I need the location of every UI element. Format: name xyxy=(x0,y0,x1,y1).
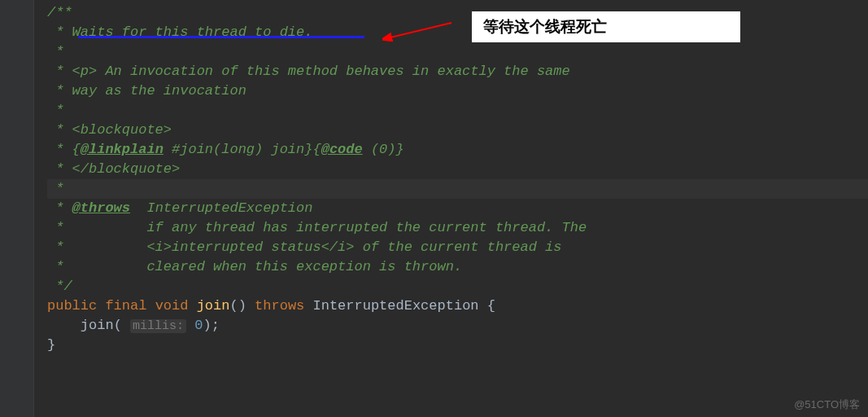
comment-line: * xyxy=(47,103,63,118)
call-method: join xyxy=(81,318,114,333)
comment-prefix: * xyxy=(47,200,72,216)
comment-line: * xyxy=(47,181,63,196)
comment-line: * cleared when this exception is thrown. xyxy=(47,259,462,274)
javadoc-tag-throws: @throws xyxy=(72,200,130,216)
call-close: ) xyxy=(203,318,211,333)
call-open: ( xyxy=(114,318,122,333)
annotation-box: 等待这个线程死亡 xyxy=(472,11,740,42)
comment-line: * if any thread has interrupted the curr… xyxy=(47,220,587,235)
comment-line: * </blockquote> xyxy=(47,161,180,177)
comment-suffix: (0)} xyxy=(363,142,404,157)
exception-type: InterruptedException xyxy=(313,298,479,314)
watermark: @51CTO博客 xyxy=(794,397,860,412)
javadoc-tag-linkplain: @linkplain xyxy=(81,142,164,157)
brace-open: { xyxy=(487,298,495,314)
parens: () xyxy=(229,298,246,314)
comment-mid: #join(long) join}{ xyxy=(164,142,321,157)
comment-suffix: InterruptedException xyxy=(130,200,312,216)
comment-line: * <p> An invocation of this method behav… xyxy=(47,64,570,79)
gutter xyxy=(0,0,34,417)
number-literal: 0 xyxy=(194,318,203,333)
underline-annotation xyxy=(78,36,364,38)
method-name: join xyxy=(197,298,230,314)
keyword-void: void xyxy=(155,298,189,314)
code-editor[interactable]: /** * Waits for this thread to die. * * … xyxy=(0,0,868,355)
comment-line: * <i>interrupted status</i> of the curre… xyxy=(47,239,562,255)
comment-line: /** xyxy=(47,5,72,20)
comment-line: * xyxy=(47,44,63,59)
keyword-public: public xyxy=(47,298,97,314)
comment-line: * <blockquote> xyxy=(47,122,172,138)
comment-line: */ xyxy=(47,279,72,294)
keyword-final: final xyxy=(105,298,146,314)
parameter-hint: millis: xyxy=(130,319,186,333)
javadoc-tag-code: @code xyxy=(321,142,363,157)
semicolon: ; xyxy=(212,318,220,333)
comment-line: * way as the invocation xyxy=(47,83,246,99)
comment-prefix: * { xyxy=(47,142,81,157)
keyword-throws: throws xyxy=(255,298,304,314)
brace-close: } xyxy=(47,337,55,353)
